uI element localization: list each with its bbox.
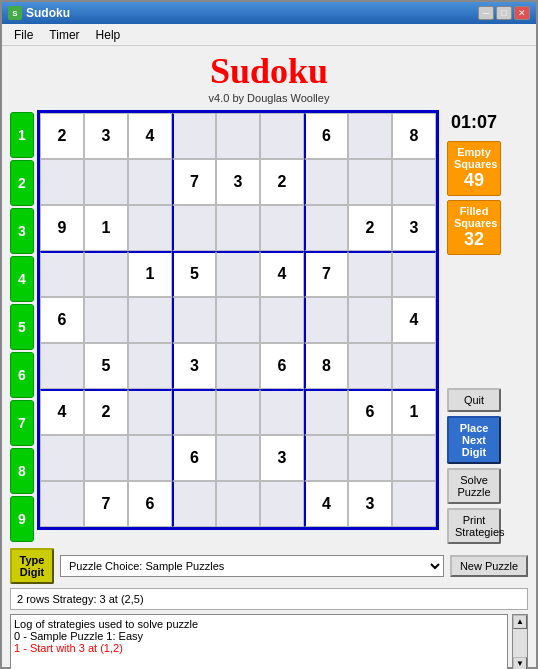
cell-7-9[interactable]: 1 (392, 389, 436, 435)
row-label-1[interactable]: 1 (10, 112, 34, 158)
row-label-4[interactable]: 4 (10, 256, 34, 302)
cell-6-3[interactable] (128, 343, 172, 389)
cell-6-9[interactable] (392, 343, 436, 389)
cell-5-3[interactable] (128, 297, 172, 343)
row-label-3[interactable]: 3 (10, 208, 34, 254)
cell-7-8[interactable]: 6 (348, 389, 392, 435)
cell-5-5[interactable] (216, 297, 260, 343)
cell-3-5[interactable] (216, 205, 260, 251)
cell-9-9[interactable] (392, 481, 436, 527)
cell-9-7[interactable]: 4 (304, 481, 348, 527)
cell-2-9[interactable] (392, 159, 436, 205)
cell-2-8[interactable] (348, 159, 392, 205)
cell-5-4[interactable] (172, 297, 216, 343)
cell-7-1[interactable]: 4 (40, 389, 84, 435)
print-strategies-button[interactable]: PrintStrategies (447, 508, 501, 544)
cell-1-5[interactable] (216, 113, 260, 159)
new-puzzle-button[interactable]: New Puzzle (450, 555, 528, 577)
cell-2-6[interactable]: 2 (260, 159, 304, 205)
menu-help[interactable]: Help (88, 26, 129, 44)
cell-4-7[interactable]: 7 (304, 251, 348, 297)
cell-2-3[interactable] (128, 159, 172, 205)
cell-7-4[interactable] (172, 389, 216, 435)
cell-4-6[interactable]: 4 (260, 251, 304, 297)
cell-4-9[interactable] (392, 251, 436, 297)
cell-3-8[interactable]: 2 (348, 205, 392, 251)
cell-9-2[interactable]: 7 (84, 481, 128, 527)
cell-2-4[interactable]: 7 (172, 159, 216, 205)
close-button[interactable]: ✕ (514, 6, 530, 20)
cell-8-6[interactable]: 3 (260, 435, 304, 481)
place-next-digit-button[interactable]: PlaceNextDigit (447, 416, 501, 464)
scroll-up-button[interactable]: ▲ (513, 615, 527, 629)
cell-1-2[interactable]: 3 (84, 113, 128, 159)
cell-8-2[interactable] (84, 435, 128, 481)
cell-1-4[interactable] (172, 113, 216, 159)
solve-puzzle-button[interactable]: SolvePuzzle (447, 468, 501, 504)
cell-5-7[interactable] (304, 297, 348, 343)
cell-9-6[interactable] (260, 481, 304, 527)
cell-1-9[interactable]: 8 (392, 113, 436, 159)
cell-3-2[interactable]: 1 (84, 205, 128, 251)
type-digit-button[interactable]: TypeDigit (10, 548, 54, 584)
cell-6-6[interactable]: 6 (260, 343, 304, 389)
cell-7-2[interactable]: 2 (84, 389, 128, 435)
cell-4-8[interactable] (348, 251, 392, 297)
cell-9-4[interactable] (172, 481, 216, 527)
cell-4-1[interactable] (40, 251, 84, 297)
cell-8-7[interactable] (304, 435, 348, 481)
cell-6-5[interactable] (216, 343, 260, 389)
row-label-7[interactable]: 7 (10, 400, 34, 446)
cell-6-2[interactable]: 5 (84, 343, 128, 389)
cell-5-8[interactable] (348, 297, 392, 343)
cell-9-8[interactable]: 3 (348, 481, 392, 527)
cell-4-5[interactable] (216, 251, 260, 297)
cell-8-1[interactable] (40, 435, 84, 481)
minimize-button[interactable]: ─ (478, 6, 494, 20)
cell-1-6[interactable] (260, 113, 304, 159)
cell-8-4[interactable]: 6 (172, 435, 216, 481)
row-label-8[interactable]: 8 (10, 448, 34, 494)
cell-3-3[interactable] (128, 205, 172, 251)
cell-5-2[interactable] (84, 297, 128, 343)
cell-6-4[interactable]: 3 (172, 343, 216, 389)
cell-1-3[interactable]: 4 (128, 113, 172, 159)
maximize-button[interactable]: □ (496, 6, 512, 20)
cell-3-4[interactable] (172, 205, 216, 251)
cell-1-8[interactable] (348, 113, 392, 159)
cell-3-9[interactable]: 3 (392, 205, 436, 251)
cell-6-1[interactable] (40, 343, 84, 389)
row-label-2[interactable]: 2 (10, 160, 34, 206)
cell-9-5[interactable] (216, 481, 260, 527)
cell-7-7[interactable] (304, 389, 348, 435)
cell-2-2[interactable] (84, 159, 128, 205)
row-label-5[interactable]: 5 (10, 304, 34, 350)
cell-2-1[interactable] (40, 159, 84, 205)
cell-4-3[interactable]: 1 (128, 251, 172, 297)
cell-2-7[interactable] (304, 159, 348, 205)
cell-2-5[interactable]: 3 (216, 159, 260, 205)
menu-timer[interactable]: Timer (41, 26, 87, 44)
cell-7-5[interactable] (216, 389, 260, 435)
cell-5-9[interactable]: 4 (392, 297, 436, 343)
cell-4-2[interactable] (84, 251, 128, 297)
menu-file[interactable]: File (6, 26, 41, 44)
cell-9-3[interactable]: 6 (128, 481, 172, 527)
cell-3-6[interactable] (260, 205, 304, 251)
cell-6-7[interactable]: 8 (304, 343, 348, 389)
row-label-9[interactable]: 9 (10, 496, 34, 542)
cell-9-1[interactable] (40, 481, 84, 527)
cell-8-3[interactable] (128, 435, 172, 481)
cell-1-1[interactable]: 2 (40, 113, 84, 159)
cell-3-7[interactable] (304, 205, 348, 251)
quit-button[interactable]: Quit (447, 388, 501, 412)
scroll-down-button[interactable]: ▼ (513, 657, 527, 669)
cell-4-4[interactable]: 5 (172, 251, 216, 297)
cell-7-6[interactable] (260, 389, 304, 435)
cell-3-1[interactable]: 9 (40, 205, 84, 251)
cell-5-6[interactable] (260, 297, 304, 343)
puzzle-choice-select[interactable]: Puzzle Choice: Sample Puzzles (60, 555, 444, 577)
cell-8-8[interactable] (348, 435, 392, 481)
cell-5-1[interactable]: 6 (40, 297, 84, 343)
cell-8-9[interactable] (392, 435, 436, 481)
